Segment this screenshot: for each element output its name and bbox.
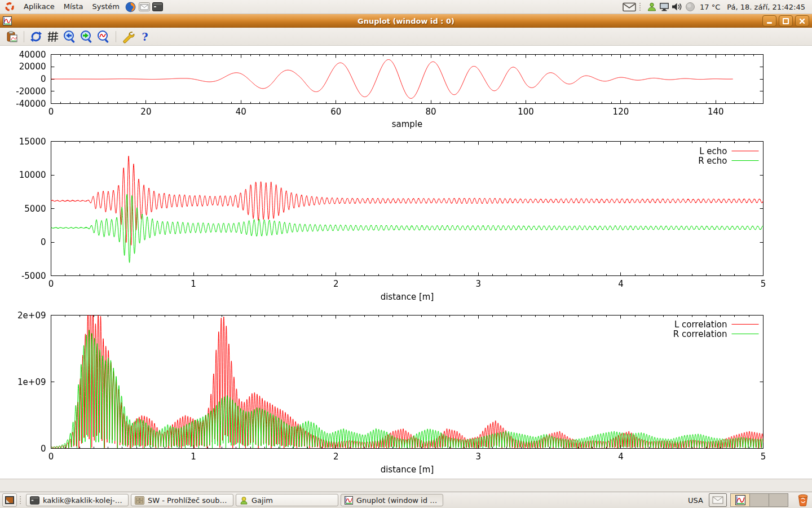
configure-icon xyxy=(121,30,135,43)
minimize-button[interactable] xyxy=(762,15,776,27)
toolbar-separator xyxy=(24,31,24,42)
mail-applet-button[interactable] xyxy=(709,493,727,507)
task-label-terminal: kaklik@kaklik-kolej-u... xyxy=(43,496,125,505)
zoom-next-button[interactable] xyxy=(79,29,95,44)
help-icon: ? xyxy=(142,30,148,43)
clock-label[interactable]: Pá, 18. září, 21:42:45 xyxy=(725,3,807,11)
terminal-launcher[interactable] xyxy=(151,0,165,14)
tray-separator xyxy=(639,3,643,11)
mail-launcher[interactable] xyxy=(138,0,151,14)
user-switcher-icon[interactable] xyxy=(647,2,657,12)
maximize-button[interactable] xyxy=(779,15,793,27)
desktop: Aplikace Místa Systém xyxy=(0,0,812,508)
configure-button[interactable] xyxy=(120,29,136,44)
terminal-icon xyxy=(152,2,163,11)
workspace-1-active[interactable] xyxy=(731,494,750,506)
trash-applet[interactable] xyxy=(796,493,810,507)
window-title: Gnuplot (window id : 0) xyxy=(0,17,812,25)
task-label-gnuplot: Gnuplot (window id : 0) xyxy=(356,496,439,505)
gnuplot-toolbar: ? xyxy=(0,28,812,46)
file-manager-icon xyxy=(135,496,144,505)
gnuplot-plot-area xyxy=(0,46,812,479)
zoom-previous-icon xyxy=(63,30,77,43)
grid-icon xyxy=(47,30,59,43)
task-label-gajim: Gajim xyxy=(251,496,273,505)
chart-correlation[interactable] xyxy=(0,309,812,479)
chart-echo[interactable] xyxy=(0,135,812,309)
workspace-gnuplot-window-icon xyxy=(734,495,747,505)
workspace-switcher xyxy=(730,493,788,507)
mail-icon xyxy=(139,2,150,11)
show-desktop-icon xyxy=(5,496,14,504)
task-button-terminal[interactable]: kaklik@kaklik-kolej-u... xyxy=(26,494,129,506)
system-tray: 17 °C Pá, 18. září, 21:42:45 xyxy=(623,2,812,12)
mail-applet-icon xyxy=(712,496,723,504)
menu-mista[interactable]: Místa xyxy=(59,0,88,14)
grid-button[interactable] xyxy=(45,29,61,44)
zoom-button[interactable] xyxy=(96,29,112,44)
weather-icon[interactable] xyxy=(685,2,695,12)
ubuntu-logo-icon xyxy=(5,2,15,12)
copy-icon xyxy=(6,30,18,43)
trash-icon xyxy=(797,494,809,506)
refresh-icon xyxy=(30,30,42,43)
toolbar-separator-2 xyxy=(116,31,116,42)
taskbar-separator xyxy=(20,496,24,504)
menu-aplikace[interactable]: Aplikace xyxy=(19,0,59,14)
display-icon[interactable] xyxy=(659,2,669,12)
zoom-next-icon xyxy=(80,30,94,43)
gajim-icon xyxy=(240,496,248,505)
temperature-label[interactable]: 17 °C xyxy=(698,3,722,11)
help-button[interactable]: ? xyxy=(137,29,153,44)
maximize-icon xyxy=(783,18,789,24)
volume-icon[interactable] xyxy=(672,2,683,11)
menu-system[interactable]: Systém xyxy=(87,0,123,14)
copy-button[interactable] xyxy=(4,29,20,44)
menu-aplikace-label: Aplikace xyxy=(24,0,55,14)
firefox-icon xyxy=(125,2,136,12)
gnome-top-panel: Aplikace Místa Systém xyxy=(0,0,812,14)
chart-sample-waveform[interactable] xyxy=(0,47,812,135)
close-button[interactable] xyxy=(795,15,809,27)
zoom-previous-button[interactable] xyxy=(62,29,78,44)
firefox-launcher[interactable] xyxy=(124,0,138,14)
window-controls xyxy=(762,15,809,27)
terminal-task-icon xyxy=(30,496,39,505)
task-button-gajim[interactable]: Gajim xyxy=(236,494,338,506)
keyboard-layout-indicator[interactable]: USA xyxy=(686,496,705,505)
menu-mista-label: Místa xyxy=(64,0,83,14)
task-button-gnuplot[interactable]: Gnuplot (window id : 0) xyxy=(341,494,443,506)
minimize-icon xyxy=(767,22,772,24)
task-label-file-manager: SW - Prohlížeč souborů xyxy=(148,496,230,505)
show-desktop-button[interactable] xyxy=(2,493,17,507)
workspace-3[interactable] xyxy=(769,494,788,506)
close-icon xyxy=(799,18,805,24)
refresh-button[interactable] xyxy=(28,29,44,44)
zoom-icon xyxy=(97,30,111,43)
taskbar-right-applets: USA xyxy=(686,493,810,507)
gnome-bottom-panel: kaklik@kaklik-kolej-u... SW - Prohlížeč … xyxy=(0,492,812,508)
gnuplot-window-titlebar[interactable]: Gnuplot (window id : 0) xyxy=(0,14,812,28)
task-button-file-manager[interactable]: SW - Prohlížeč souborů xyxy=(131,494,233,506)
window-bottom-strip xyxy=(0,479,812,492)
workspace-2[interactable] xyxy=(750,494,769,506)
menu-system-label: Systém xyxy=(92,0,119,14)
mail-envelope-icon[interactable] xyxy=(623,2,636,12)
ubuntu-main-menu[interactable] xyxy=(0,0,19,14)
gnuplot-task-icon xyxy=(345,496,353,505)
